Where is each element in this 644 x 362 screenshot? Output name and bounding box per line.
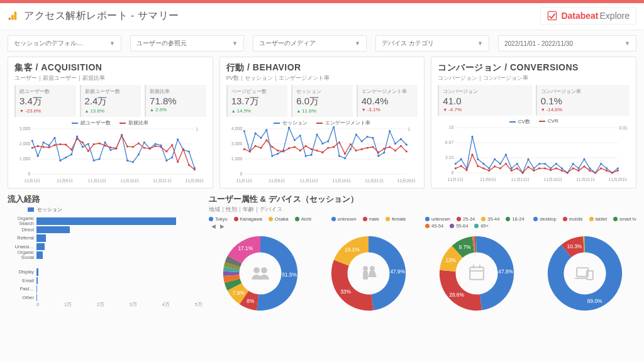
brand-badge: DatabeatExplore [540, 7, 636, 25]
svg-text:3,000: 3,000 [19, 126, 31, 131]
kpi-card: 総ユーザー数3.4万-23.6% [14, 85, 76, 117]
panel-sub: ユーザー｜新規ユーザー｜新規比率 [14, 75, 206, 82]
svg-text:10: 10 [449, 125, 454, 129]
filter-referrer[interactable]: ユーザーの参照元▼ [130, 35, 244, 52]
bar-row [8, 260, 203, 268]
svg-point-233 [253, 267, 260, 273]
panel-title: 流入経路 [8, 194, 203, 205]
svg-text:12%: 12% [445, 257, 456, 263]
kpi-card: コンバージョン率0.1%-14.6% [536, 85, 630, 116]
svg-text:10.3%: 10.3% [567, 243, 582, 250]
page-title: アクセス解析レポート - サマリー [24, 9, 179, 23]
kpi-card: ページビュー数13.7万14.5% [226, 85, 288, 117]
bottom-row: 流入経路 セッション Organic SearchDirectReferralU… [0, 189, 644, 317]
svg-point-234 [261, 267, 267, 273]
brand-b: Explore [600, 11, 630, 21]
kpi-card: セッション6.0万11.6% [291, 85, 353, 117]
behavior-chart: 01,0003,0004,00011月1日11月6日11月11日11月16日11… [226, 126, 418, 184]
chevron-down-icon: ▼ [477, 40, 483, 47]
filter-media[interactable]: ユーザーのメディア▼ [253, 35, 367, 52]
svg-rect-3 [548, 11, 557, 19]
svg-text:8%: 8% [247, 298, 255, 304]
svg-text:47.9%: 47.9% [390, 268, 405, 275]
svg-point-240 [370, 266, 375, 271]
svg-text:2,000: 2,000 [19, 141, 31, 146]
kpi-card: 新規ユーザー数2.4万13.6% [80, 85, 142, 117]
svg-text:1: 1 [196, 127, 198, 131]
svg-text:1,000: 1,000 [19, 156, 31, 161]
chevron-down-icon: ▼ [625, 40, 630, 47]
kpi-card: コンバージョン41.0-4.7% [438, 85, 531, 116]
filter-session[interactable]: セッションのデフォル…▼ [8, 35, 121, 52]
bar-list: Organic SearchDirectReferralUnassi…Organ… [8, 217, 203, 302]
panel-title: ユーザー属性 & デバイス（セッション） [209, 194, 636, 205]
chevron-down-icon: ▼ [232, 40, 238, 47]
donut-cell: TokyoKanagawaOsakaAichi◀ ▶51.5%8%7.9%17.… [209, 216, 312, 317]
donut-row: TokyoKanagawaOsakaAichi◀ ▶51.5%8%7.9%17.… [209, 216, 636, 317]
svg-text:11月6日: 11月6日 [57, 178, 73, 183]
svg-text:19.1%: 19.1% [345, 246, 360, 253]
kpi-list: 総ユーザー数3.4万-23.6%新規ユーザー数2.4万13.6%新規比率71.8… [14, 85, 206, 117]
svg-rect-1 [11, 15, 14, 20]
svg-text:11月21日: 11月21日 [365, 178, 384, 183]
svg-text:11月16日: 11月16日 [120, 178, 139, 183]
chevron-down-icon: ▼ [355, 40, 360, 47]
svg-rect-239 [363, 271, 368, 280]
svg-text:1,000: 1,000 [231, 156, 242, 161]
svg-text:51.5%: 51.5% [282, 272, 297, 278]
bar-row: Paid… [8, 285, 203, 293]
svg-text:0: 0 [28, 172, 30, 176]
header: アクセス解析レポート - サマリー DatabeatExplore [0, 3, 644, 30]
svg-text:28.6%: 28.6% [449, 292, 464, 298]
chart-legend: 総ユーザー数 新規比率 [14, 119, 206, 126]
svg-text:0: 0 [240, 172, 242, 176]
chart-legend: セッション エンゲージメント率 [226, 119, 418, 126]
svg-text:11月26日: 11月26日 [609, 177, 628, 182]
svg-text:9.7%: 9.7% [458, 244, 471, 250]
bar-row: Organic Social [8, 251, 203, 260]
donut-cell: unknownmalefemale47.9%33%19.1% [317, 216, 420, 317]
svg-text:0: 0 [452, 170, 454, 175]
svg-text:11月11日: 11月11日 [88, 178, 107, 183]
bar-row: Referral [8, 234, 203, 243]
svg-text:17.1%: 17.1% [238, 245, 253, 251]
chevron-down-icon: ▼ [109, 40, 115, 47]
ga-logo-icon [8, 10, 19, 21]
kpi-list: コンバージョン41.0-4.7%コンバージョン率0.1%-14.6% [438, 85, 630, 116]
conversions-chart: 03.336.671011月1日11月6日11月11日11月16日11月21日1… [438, 125, 630, 183]
kpi-row: 集客 / ACQUISITION ユーザー｜新規ユーザー｜新規比率 総ユーザー数… [0, 57, 644, 189]
bar-legend: セッション [28, 206, 203, 213]
svg-text:3,000: 3,000 [231, 141, 242, 146]
kpi-card: エンゲージメント率40.4%-3.1% [357, 85, 418, 117]
filter-device[interactable]: デバイス カテゴリ▼ [375, 35, 489, 52]
svg-text:47.8%: 47.8% [498, 268, 513, 275]
panel-conversions: コンバージョン / CONVERSIONS コンバージョン｜コンバージョン率 コ… [431, 57, 636, 189]
filter-date-range[interactable]: 2022/11/01 - 2022/11/30▼ [498, 35, 636, 52]
svg-text:0.01: 0.01 [619, 126, 628, 130]
svg-text:11月16日: 11月16日 [544, 177, 563, 182]
kpi-list: ページビュー数13.7万14.5%セッション6.0万11.6%エンゲージメント率… [226, 85, 418, 117]
svg-text:11月6日: 11月6日 [480, 177, 496, 182]
svg-text:11月21日: 11月21日 [153, 178, 172, 183]
svg-text:3.33: 3.33 [445, 155, 454, 160]
svg-text:4,000: 4,000 [231, 126, 242, 131]
svg-text:11月21日: 11月21日 [576, 177, 595, 182]
filter-bar: セッションのデフォル…▼ ユーザーの参照元▼ ユーザーのメディア▼ デバイス カ… [0, 30, 644, 57]
bar-row: Direct [8, 226, 203, 234]
svg-text:89.0%: 89.0% [587, 298, 602, 304]
legend-nav[interactable]: ◀ ▶ [211, 223, 226, 229]
svg-text:11月6日: 11月6日 [269, 178, 285, 183]
svg-rect-0 [14, 11, 17, 20]
panel-sub: 地域｜性別｜年齢｜デバイス [209, 206, 636, 214]
bar-row: Organic Search [8, 217, 203, 226]
bar-row: Display [8, 268, 203, 277]
svg-text:11月1日: 11月1日 [24, 178, 40, 183]
svg-text:11月11日: 11月11日 [511, 177, 530, 182]
svg-point-238 [363, 266, 368, 271]
svg-text:6.67: 6.67 [445, 140, 454, 145]
svg-text:11月26日: 11月26日 [397, 178, 416, 183]
panel-channels: 流入経路 セッション Organic SearchDirectReferralU… [8, 194, 203, 317]
panel-sub: コンバージョン｜コンバージョン率 [438, 75, 630, 82]
svg-text:11月1日: 11月1日 [236, 178, 252, 183]
svg-text:11月11日: 11月11日 [299, 178, 318, 183]
